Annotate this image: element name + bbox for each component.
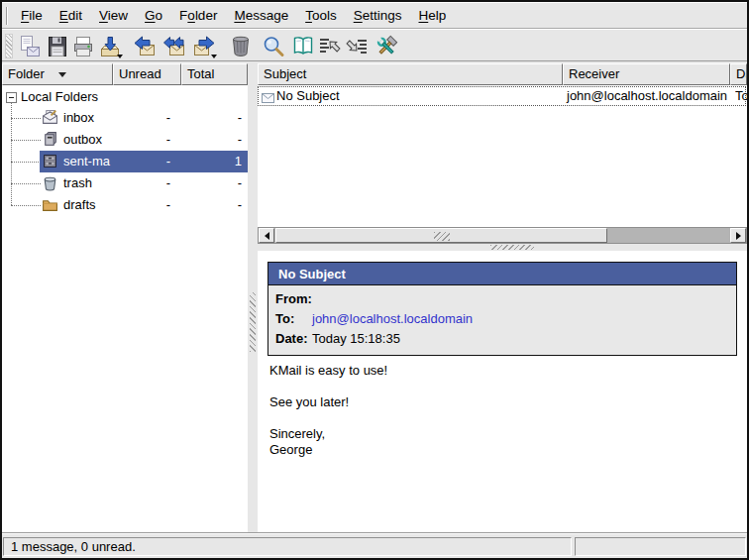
folder-item-inbox[interactable]: inbox - - <box>2 107 248 129</box>
folder-total-count: - <box>180 110 242 125</box>
drafts-folder-icon <box>42 196 58 216</box>
previous-unread-button[interactable] <box>316 33 343 59</box>
folder-unread-count: - <box>113 175 170 190</box>
message-list-pane: No Subject john@localhost.localdomain To… <box>258 85 747 227</box>
folder-name: sent-ma <box>63 154 110 168</box>
inbox-icon <box>42 109 58 129</box>
menu-go[interactable]: Go <box>138 5 169 26</box>
check-mail-button[interactable] <box>96 33 123 59</box>
message-date: Today <box>735 88 747 103</box>
statusbar-message-panel: 1 message, 0 unread. <box>3 537 572 556</box>
save-button[interactable] <box>44 33 70 59</box>
scroll-left-button[interactable] <box>259 228 274 243</box>
collapse-expander-icon[interactable] <box>6 92 17 103</box>
subject-column-header[interactable]: Subject <box>258 63 563 85</box>
message-body: KMail is easy to use! See you later! Sin… <box>269 363 737 458</box>
date-value: Today 15:18:35 <box>310 329 400 349</box>
date-column-label: Date <box>736 66 747 81</box>
menu-help[interactable]: Help <box>412 5 454 26</box>
subject-column-label: Subject <box>264 66 306 81</box>
left-arrow-icon <box>265 232 269 240</box>
unread-column-header[interactable]: Unread <box>113 63 181 85</box>
address-book-button[interactable] <box>289 33 316 59</box>
search-icon <box>262 35 285 58</box>
toolbar-drag-handle[interactable] <box>5 34 13 58</box>
folder-name: trash <box>63 175 92 190</box>
reply-all-button[interactable] <box>160 33 187 59</box>
folder-total-count: - <box>180 197 242 212</box>
horizontal-splitter[interactable] <box>258 244 747 251</box>
forward-dropdown-arrow[interactable] <box>211 55 217 58</box>
print-button[interactable] <box>69 33 96 59</box>
trash-icon <box>229 35 253 58</box>
date-column-header[interactable]: Date <box>730 63 747 85</box>
scroll-right-button[interactable] <box>730 228 746 243</box>
scrollbar-thumb[interactable] <box>275 228 607 243</box>
receiver-column-header[interactable]: Receiver <box>563 63 730 85</box>
next-unread-button[interactable] <box>343 33 370 59</box>
trash-button[interactable] <box>227 33 254 59</box>
message-header-box: No Subject From: To: john@localhost.loca… <box>268 262 737 356</box>
folder-item-outbox[interactable]: outbox - - <box>2 129 248 151</box>
folder-name: outbox <box>63 132 102 147</box>
folder-name: drafts <box>63 197 96 212</box>
folder-column-label: Folder <box>8 66 45 81</box>
address-book-icon <box>291 35 315 58</box>
tools-button[interactable] <box>373 33 399 59</box>
reply-icon <box>133 35 157 58</box>
envelope-icon <box>262 91 274 106</box>
print-icon <box>71 35 95 58</box>
splitter-grip <box>490 245 534 250</box>
right-arrow-icon <box>736 232 741 240</box>
menubar-drag-handle[interactable] <box>6 7 8 25</box>
statusbar: 1 message, 0 unread. <box>2 533 747 558</box>
forward-button[interactable] <box>190 33 217 59</box>
to-address-link[interactable]: john@localhost.localdomain <box>310 309 473 329</box>
folder-unread-count: - <box>113 132 170 147</box>
message-list-header: Subject Receiver Date <box>258 63 747 85</box>
message-preview-pane: No Subject From: To: john@localhost.loca… <box>258 251 747 532</box>
folder-item-sent-ma[interactable]: sent-ma - 1 <box>2 151 248 172</box>
folder-tree-pane: Local Folders inbox - - <box>2 85 248 532</box>
tools-icon <box>374 35 398 58</box>
sort-arrow-icon <box>58 72 66 77</box>
statusbar-right-panel <box>575 537 746 556</box>
reply-button[interactable] <box>131 33 158 59</box>
from-label: From: <box>268 289 310 309</box>
check-mail-dropdown-arrow[interactable] <box>117 55 123 58</box>
message-title: No Subject <box>268 263 736 285</box>
menu-view[interactable]: View <box>92 5 135 26</box>
menu-settings[interactable]: Settings <box>347 5 409 26</box>
date-label: Date: <box>268 329 310 349</box>
folder-item-trash[interactable]: trash - - <box>2 172 248 194</box>
message-receiver: john@localhost.localdomain <box>567 88 727 103</box>
previous-unread-icon <box>318 35 342 58</box>
folder-root-local-folders[interactable]: Local Folders <box>2 87 248 107</box>
to-label: To: <box>268 309 310 329</box>
vertical-splitter[interactable] <box>248 63 258 532</box>
new-message-button[interactable] <box>16 33 43 59</box>
menu-file[interactable]: File <box>14 5 50 26</box>
menubar: File Edit View Go Folder Message Tools S… <box>2 2 747 29</box>
folder-total-count: 1 <box>180 154 242 168</box>
horizontal-scrollbar[interactable] <box>258 227 747 244</box>
folder-root-label: Local Folders <box>21 87 98 107</box>
menu-edit[interactable]: Edit <box>53 5 89 26</box>
total-column-header[interactable]: Total <box>181 63 248 85</box>
new-message-icon <box>18 35 42 58</box>
search-button[interactable] <box>260 33 286 59</box>
folder-item-drafts[interactable]: drafts - - <box>2 194 248 216</box>
menu-folder[interactable]: Folder <box>172 5 224 26</box>
message-row[interactable]: No Subject john@localhost.localdomain To… <box>258 86 746 106</box>
total-column-label: Total <box>187 66 214 81</box>
message-subject: No Subject <box>276 88 340 103</box>
kmail-window: File Edit View Go Folder Message Tools S… <box>0 0 749 560</box>
folder-column-header[interactable]: Folder <box>2 63 113 85</box>
folder-unread-count: - <box>113 110 170 125</box>
menu-tools[interactable]: Tools <box>298 5 344 26</box>
menu-message[interactable]: Message <box>227 5 295 26</box>
folder-pane-header: Folder Unread Total <box>2 63 248 85</box>
next-unread-icon <box>345 35 369 58</box>
folder-total-count: - <box>180 175 242 190</box>
folder-unread-count: - <box>113 197 170 212</box>
